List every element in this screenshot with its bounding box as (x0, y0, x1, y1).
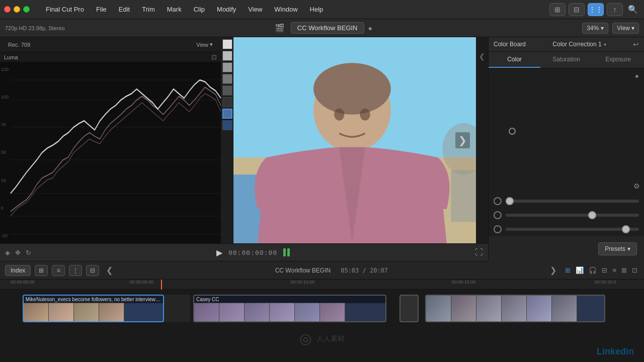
clip-gap[interactable] (399, 295, 419, 322)
tl-zoom-btn[interactable]: ⊡ (630, 265, 639, 276)
view-label: View (617, 25, 630, 32)
tab-exposure[interactable]: Exposure (592, 52, 644, 68)
view-button[interactable]: View ▾ (612, 23, 639, 34)
zoom-chevron-icon: ▾ (601, 25, 604, 32)
minimize-button[interactable] (14, 6, 20, 13)
tl-roles-btn[interactable]: ⊟ (600, 265, 609, 276)
svg-rect-16 (451, 170, 476, 222)
shadows-puck[interactable] (509, 128, 516, 135)
video-preview: ❯ (233, 37, 476, 243)
ruler-mark-20: 00:00:20:0 (595, 280, 616, 285)
tl-next-arrow[interactable]: ❯ (547, 265, 559, 275)
shadows-thumb[interactable] (506, 197, 514, 205)
swatch-nearblack[interactable] (222, 97, 232, 107)
zoom-control[interactable]: 34% ▾ (582, 23, 608, 34)
menu-fcp[interactable]: Final Cut Pro (42, 5, 88, 14)
resolution-info: 720p HD 23.98p, Stereo (5, 25, 65, 31)
highlights-icon: ✦ (634, 72, 640, 80)
tab-color[interactable]: Color (489, 52, 540, 68)
swatch-white[interactable] (222, 39, 232, 49)
highlights-slider-row (489, 222, 644, 236)
menu-edit[interactable]: Edit (115, 5, 134, 14)
scope-and-preview: Rec. 709 View ▾ Luma ⊡ 120 (0, 37, 488, 243)
transform-tool-icon[interactable]: ✥ (15, 249, 21, 256)
tab-saturation[interactable]: Saturation (540, 52, 592, 68)
tl-prev-arrow[interactable]: ❮ (103, 265, 116, 275)
menu-trim[interactable]: Trim (138, 5, 159, 14)
color-board-canvas[interactable]: ✦ ⚙ (489, 68, 644, 194)
midtones-thumb[interactable] (588, 211, 596, 219)
tl-markers-btn[interactable]: ⊠ (620, 265, 628, 276)
library-view-button[interactable]: ⊞ (549, 3, 566, 16)
presets-button[interactable]: Presets ▾ (598, 242, 637, 255)
presets-chevron-icon: ▾ (627, 245, 630, 252)
timeline-options-button[interactable]: ⊟ (86, 265, 99, 276)
timeline-toolbar: Index ⊞ ≡ ⋮ ⊟ ❮ CC Workflow BEGIN 05:03 … (0, 261, 644, 280)
close-button[interactable] (4, 6, 11, 13)
highlights-circle[interactable] (494, 225, 502, 233)
search-button[interactable]: 🔍 (626, 3, 640, 16)
swatch-verydark[interactable] (222, 85, 232, 96)
next-frame-button[interactable]: ❯ (455, 132, 470, 148)
clip-appearance-button[interactable]: ⊞ (35, 265, 48, 276)
menu-clip[interactable]: Clip (190, 5, 209, 14)
presets-area: Presets ▾ (489, 236, 644, 261)
midtones-circle[interactable] (494, 211, 502, 219)
shadows-circle[interactable] (494, 197, 502, 205)
clip-mike[interactable]: MikeNuteson_execs become followers, no b… (23, 295, 165, 322)
presets-label: Presets (605, 245, 625, 252)
zoom-level-label: 34% (587, 25, 599, 32)
clip-casey[interactable]: Casey CC (193, 295, 386, 322)
playhead[interactable] (161, 280, 162, 290)
index-button[interactable]: Index (5, 265, 31, 276)
tl-audio-btn[interactable]: 📊 (574, 265, 585, 276)
clip-height-button[interactable]: ≡ (52, 265, 65, 276)
tab-exposure-label: Exposure (605, 56, 631, 63)
rec709-label: Rec. 709 (4, 40, 34, 50)
project-settings-icon[interactable]: ● (368, 24, 372, 32)
scope-expand-icon[interactable]: ⊡ (211, 53, 217, 61)
color-board-button[interactable]: ⋮⋮ (588, 3, 604, 16)
menu-help[interactable]: Help (306, 5, 328, 14)
color-correction-selector[interactable]: Color Correction 1 ▾ (552, 41, 606, 48)
timeline-tracks[interactable]: MikeNuteson_execs become followers, no b… (0, 290, 644, 362)
tl-meta-btn[interactable]: ≡ (611, 265, 618, 276)
playback-timecode: 00:00:00:00 (228, 249, 277, 256)
export-button[interactable]: ↑ (607, 3, 623, 16)
swatch-blue[interactable] (222, 109, 232, 119)
swatch-darkgray[interactable] (222, 74, 232, 84)
clip-view-button[interactable]: ⊟ (569, 3, 585, 16)
scope-view-dropdown[interactable]: View ▾ (192, 39, 217, 50)
nav-arrow[interactable]: ❮ (476, 37, 488, 243)
fullscreen-button[interactable]: ⛶ (475, 248, 483, 257)
color-tabs: Color Saturation Exposure (489, 52, 644, 68)
play-button[interactable]: ▶ (216, 248, 222, 257)
menu-file[interactable]: File (92, 5, 111, 14)
menu-view[interactable]: View (244, 5, 266, 14)
swatch-gray[interactable] (222, 62, 232, 72)
content-area: Rec. 709 View ▾ Luma ⊡ 120 (0, 37, 644, 261)
tl-project-name: CC Workflow BEGIN (275, 267, 331, 274)
project-name[interactable]: CC Workflow BEGIN (291, 22, 364, 34)
tab-color-label: Color (507, 56, 522, 63)
highlights-thumb[interactable] (622, 225, 630, 233)
clip-large[interactable] (425, 295, 605, 322)
crop-tool-icon[interactable]: ↻ (26, 249, 31, 256)
viewer-tool-icon[interactable]: ◈ (5, 249, 10, 256)
pause-button[interactable] (283, 248, 290, 256)
shadows-track[interactable] (506, 200, 639, 203)
menu-modify[interactable]: Modify (213, 5, 240, 14)
midtones-track[interactable] (506, 214, 639, 217)
tl-headphone-btn[interactable]: 🎧 (587, 265, 598, 276)
swatch-dark-blue[interactable] (222, 120, 232, 130)
swatch-lightgray[interactable] (222, 51, 232, 61)
menu-window[interactable]: Window (270, 5, 301, 14)
reset-button[interactable]: ↩ (633, 40, 639, 48)
menu-mark[interactable]: Mark (163, 5, 186, 14)
highlights-track[interactable] (506, 228, 639, 231)
tl-right-tools: ⊞ 📊 🎧 ⊟ ≡ ⊠ ⊡ (564, 265, 639, 276)
waveform-svg (0, 62, 221, 243)
maximize-button[interactable] (23, 6, 30, 13)
tl-clip-view-btn[interactable]: ⊞ (564, 265, 572, 276)
clip-roles-button[interactable]: ⋮ (69, 265, 82, 276)
